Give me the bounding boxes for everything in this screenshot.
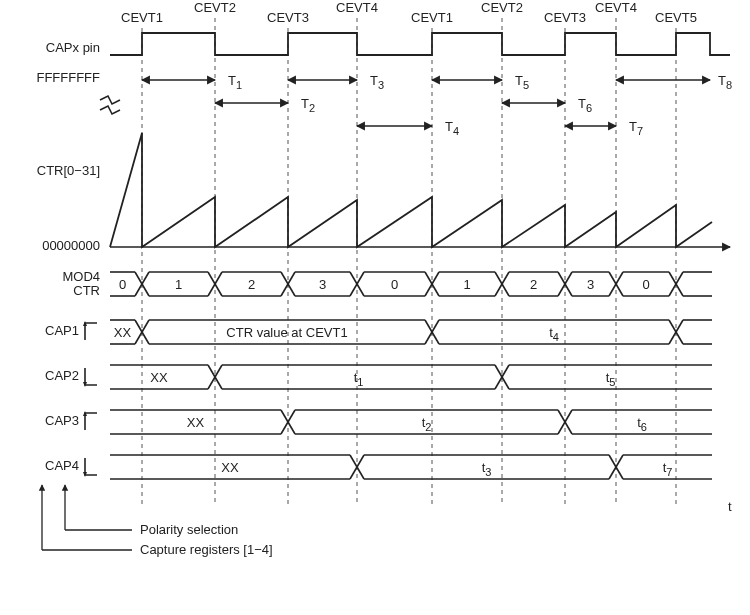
cap1-value: XX bbox=[114, 325, 132, 340]
label-cap3: CAP3 bbox=[45, 413, 79, 428]
label-mod4: MOD4 bbox=[62, 269, 100, 284]
t8-label: T8 bbox=[718, 73, 732, 91]
cap-lanes: XXCTR value at CEVT1t4XXt1t5XXt2t6XXt3t7 bbox=[110, 320, 712, 479]
cap4-value: XX bbox=[221, 460, 239, 475]
cap2-lane: XXt1t5 bbox=[110, 365, 712, 389]
label-capx-pin: CAPx pin bbox=[46, 40, 100, 55]
label-cevt2a: CEVT2 bbox=[194, 0, 236, 15]
label-cevt5: CEVT5 bbox=[655, 10, 697, 25]
cap3-value: XX bbox=[187, 415, 205, 430]
label-cevt4b: CEVT4 bbox=[595, 0, 637, 15]
cap3-lane: XXt2t6 bbox=[110, 410, 712, 434]
ctr-sawtooth bbox=[110, 133, 730, 247]
timing-diagram: CEVT1 CEVT2 CEVT3 CEVT4 CEVT1 CEVT2 CEVT… bbox=[0, 0, 750, 615]
label-ffff: FFFFFFFF bbox=[36, 70, 100, 85]
axis-break bbox=[100, 96, 120, 114]
label-cap4: CAP4 bbox=[45, 458, 79, 473]
cap3-value: t2 bbox=[422, 415, 432, 433]
mod4-value: 2 bbox=[530, 277, 537, 292]
label-cevt1a: CEVT1 bbox=[121, 10, 163, 25]
row-labels: CAPx pin FFFFFFFF CTR[0−31] 00000000 MOD… bbox=[36, 40, 100, 473]
cap2-value: XX bbox=[150, 370, 168, 385]
mod4-value: 0 bbox=[642, 277, 649, 292]
t1-label: T1 bbox=[228, 73, 242, 91]
mod4-value: 1 bbox=[175, 277, 182, 292]
cap4-value: t3 bbox=[482, 460, 492, 478]
label-cevt3a: CEVT3 bbox=[267, 10, 309, 25]
mod4-value: 0 bbox=[119, 277, 126, 292]
label-zeros: 00000000 bbox=[42, 238, 100, 253]
mod4-value: 0 bbox=[391, 277, 398, 292]
cap2-value: t1 bbox=[354, 370, 364, 388]
label-cevt1b: CEVT1 bbox=[411, 10, 453, 25]
footer-capreg: Capture registers [1−4] bbox=[140, 542, 273, 557]
cap2-value: t5 bbox=[606, 370, 616, 388]
t7-label: T7 bbox=[629, 119, 643, 137]
label-cevt2b: CEVT2 bbox=[481, 0, 523, 15]
mod4-value: 3 bbox=[319, 277, 326, 292]
label-cap2: CAP2 bbox=[45, 368, 79, 383]
mod4-value: 1 bbox=[463, 277, 470, 292]
event-labels: CEVT1 CEVT2 CEVT3 CEVT4 CEVT1 CEVT2 CEVT… bbox=[121, 0, 697, 25]
footer-callouts: Polarity selection Capture registers [1−… bbox=[42, 485, 273, 557]
label-ctr: CTR[0−31] bbox=[37, 163, 100, 178]
capx-pin-wave bbox=[110, 33, 730, 55]
label-cevt3b: CEVT3 bbox=[544, 10, 586, 25]
t3-label: T3 bbox=[370, 73, 384, 91]
cap3-value: t6 bbox=[637, 415, 647, 433]
measurement-arrows: T1 T3 T5 T8 T2 T6 T4 T7 bbox=[142, 73, 732, 137]
cap4-lane: XXt3t7 bbox=[110, 455, 712, 479]
mod4-lane: 012301230 bbox=[110, 272, 712, 296]
cap1-value: CTR value at CEVT1 bbox=[226, 325, 347, 340]
axis-t: t bbox=[728, 499, 732, 514]
t4-label: T4 bbox=[445, 119, 459, 137]
t5-label: T5 bbox=[515, 73, 529, 91]
t2-label: T2 bbox=[301, 96, 315, 114]
cap1-value: t4 bbox=[549, 325, 559, 343]
label-cap1: CAP1 bbox=[45, 323, 79, 338]
cap1-lane: XXCTR value at CEVT1t4 bbox=[110, 320, 712, 344]
t6-label: T6 bbox=[578, 96, 592, 114]
guides bbox=[142, 18, 676, 506]
label-cevt4a: CEVT4 bbox=[336, 0, 378, 15]
mod4-value: 2 bbox=[248, 277, 255, 292]
polarity-indicators bbox=[83, 321, 97, 477]
cap4-value: t7 bbox=[663, 460, 673, 478]
mod4-value: 3 bbox=[587, 277, 594, 292]
label-mod4ctr: CTR bbox=[73, 283, 100, 298]
footer-polarity: Polarity selection bbox=[140, 522, 238, 537]
